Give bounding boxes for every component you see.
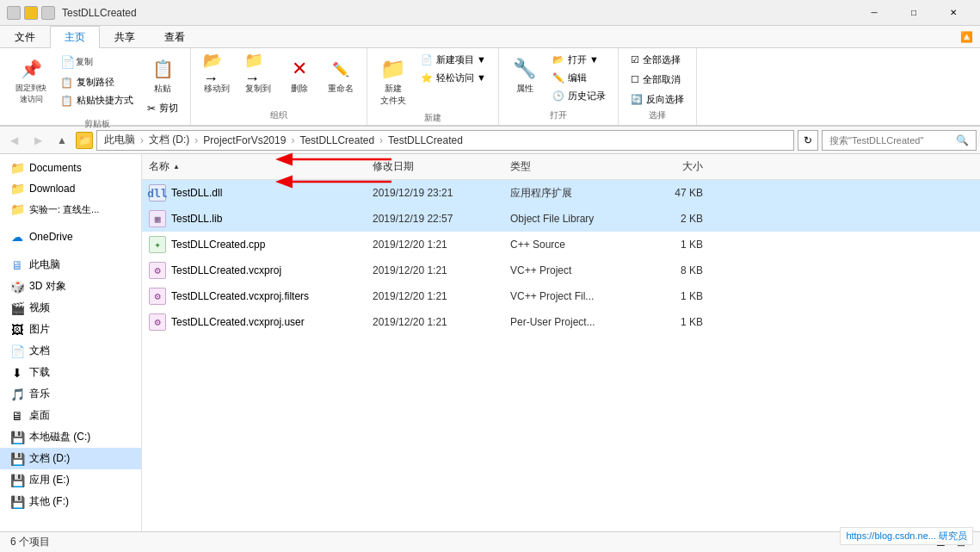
close-button[interactable]: ✕ xyxy=(934,0,973,26)
minimize-button[interactable]: ─ xyxy=(854,0,894,26)
search-bar[interactable]: 🔍 xyxy=(822,130,977,151)
sidebar-item-downloads[interactable]: ⬇ 下载 xyxy=(0,362,141,383)
col-type[interactable]: 类型 xyxy=(503,158,641,176)
user-icon: ⚙ xyxy=(149,313,166,331)
search-input[interactable] xyxy=(829,135,952,146)
open-button[interactable]: 📂 打开 ▼ xyxy=(547,52,611,68)
easy-access-label: 轻松访问 ▼ xyxy=(436,71,486,84)
sep-1: › xyxy=(140,134,144,146)
title-icon-3 xyxy=(41,6,55,20)
history-label: 历史记录 xyxy=(568,90,606,102)
title-bar-icons xyxy=(7,6,55,20)
address-bar[interactable]: 此电脑 › 文档 (D:) › ProjectForVs2019 › TestD… xyxy=(96,130,794,151)
ribbon-group-select: ☑ 全部选择 ☐ 全部取消 🔄 反向选择 选择 xyxy=(619,48,697,125)
file-row-vcxproj-filters[interactable]: ⚙ TestDLLCreated.vcxproj.filters 2019/12… xyxy=(142,283,980,309)
organize-items: 📂→ 移动到 📁→ 复制到 ✕ 删除 ✏️ 重命名 xyxy=(198,52,360,108)
new-item-icon: 📄 xyxy=(421,54,433,65)
deselect-all-button[interactable]: ☐ 全部取消 xyxy=(626,71,686,88)
paste-shortcut-button[interactable]: 📋 粘贴快捷方式 xyxy=(55,92,139,109)
dll-icon: dll xyxy=(149,184,166,202)
video-icon: 🎬 xyxy=(10,301,24,315)
delete-button[interactable]: ✕ 删除 xyxy=(280,52,318,98)
back-button[interactable]: ◀ xyxy=(3,130,24,151)
sidebar-item-download[interactable]: 📁 Download xyxy=(0,178,141,199)
invert-selection-button[interactable]: 🔄 反向选择 xyxy=(626,91,689,108)
file-row-vcxproj[interactable]: ⚙ TestDLLCreated.vcxproj 2019/12/20 1:21… xyxy=(142,257,980,283)
sidebar-item-desktop-label: 桌面 xyxy=(29,408,50,423)
col-date[interactable]: 修改日期 xyxy=(366,158,503,176)
breadcrumb-2[interactable]: 文档 (D:) xyxy=(149,133,189,147)
sidebar-item-thispc-label: 此电脑 xyxy=(29,257,60,272)
file-row-lib[interactable]: ▦ TestDLL.lib 2019/12/19 22:57 Object Fi… xyxy=(142,206,980,232)
history-button[interactable]: 🕒 历史记录 xyxy=(547,88,611,104)
edit-label: 编辑 xyxy=(568,71,587,84)
file-row-vcxproj-user[interactable]: ⚙ TestDLLCreated.vcxproj.user 2019/12/20… xyxy=(142,309,980,335)
breadcrumb-5[interactable]: TestDLLCreated xyxy=(388,134,463,146)
file-date-user: 2019/12/20 1:21 xyxy=(366,314,503,330)
open-label: 打开 ▼ xyxy=(568,53,599,66)
file-size-dll: 47 KB xyxy=(641,185,710,201)
new-folder-button[interactable]: 📁 新建文件夹 xyxy=(374,52,412,110)
col-name[interactable]: 名称 ▲ xyxy=(142,158,366,176)
select-all-button[interactable]: ☑ 全部选择 xyxy=(626,52,686,68)
tab-share[interactable]: 共享 xyxy=(100,26,150,47)
file-size-user: 1 KB xyxy=(641,314,710,330)
refresh-button[interactable]: ↻ xyxy=(798,130,818,151)
copy-button[interactable]: 📄 复制 xyxy=(55,52,139,72)
copy-path-button[interactable]: 📋 复制路径 xyxy=(55,74,139,90)
sidebar-item-documents[interactable]: 📁 Documents xyxy=(0,158,141,178)
breadcrumb-3[interactable]: ProjectForVs2019 xyxy=(203,134,286,146)
tab-view[interactable]: 查看 xyxy=(150,26,200,47)
sidebar-item-lab[interactable]: 📁 实验一: 直线生... xyxy=(0,199,141,220)
cut-button[interactable]: ✂ 剪切 xyxy=(142,100,183,116)
easy-access-icon: ⭐ xyxy=(421,72,433,84)
ribbon: 文件 主页 共享 查看 🔼 📌 固定到快速访问 📄 复制 xyxy=(0,26,980,127)
col-size[interactable]: 大小 xyxy=(641,158,710,176)
pin-label: 固定到快速访问 xyxy=(15,83,46,105)
file-type-cpp: C++ Source xyxy=(503,237,641,252)
item-count: 6 个项目 xyxy=(10,535,50,549)
tab-home[interactable]: 主页 xyxy=(50,26,100,48)
sidebar-spacer-2 xyxy=(0,247,141,254)
delete-icon: ✕ xyxy=(286,55,313,83)
sidebar-item-drive-d[interactable]: 💾 文档 (D:) xyxy=(0,448,141,469)
move-icon: 📂→ xyxy=(203,55,231,83)
sidebar-item-pictures[interactable]: 🖼 图片 xyxy=(0,319,141,340)
sidebar-item-video[interactable]: 🎬 视频 xyxy=(0,297,141,319)
file-size-lib: 2 KB xyxy=(641,211,710,226)
sidebar-item-drive-f[interactable]: 💾 其他 (F:) xyxy=(0,491,141,512)
file-name-lib: ▦ TestDLL.lib xyxy=(142,208,366,229)
move-to-button[interactable]: 📂→ 移动到 xyxy=(198,52,236,98)
sidebar-item-desktop[interactable]: 🖥 桌面 xyxy=(0,405,141,426)
file-row-cpp[interactable]: ✦ TestDLLCreated.cpp 2019/12/20 1:21 C++… xyxy=(142,232,980,257)
file-date-cpp: 2019/12/20 1:21 xyxy=(366,237,503,252)
sidebar-item-drive-e[interactable]: 💾 应用 (E:) xyxy=(0,469,141,491)
file-header: 名称 ▲ 修改日期 类型 大小 xyxy=(142,154,980,180)
sidebar-item-thispc[interactable]: 🖥 此电脑 xyxy=(0,254,141,276)
tab-file[interactable]: 文件 xyxy=(0,26,50,47)
sidebar-item-drive-c[interactable]: 💾 本地磁盘 (C:) xyxy=(0,426,141,448)
forward-button[interactable]: ▶ xyxy=(28,130,48,151)
ribbon-group-organize: 📂→ 移动到 📁→ 复制到 ✕ 删除 ✏️ 重命名 xyxy=(191,48,367,125)
sidebar: 📁 Documents 📁 Download 📁 实验一: 直线生... ☁ O… xyxy=(0,154,142,531)
sidebar-item-3d[interactable]: 🎲 3D 对象 xyxy=(0,276,141,297)
maximize-button[interactable]: □ xyxy=(894,0,934,26)
edit-button[interactable]: ✏️ 编辑 xyxy=(547,70,611,86)
properties-button[interactable]: 🔧 属性 xyxy=(506,52,544,98)
sidebar-item-music[interactable]: 🎵 音乐 xyxy=(0,383,141,405)
sidebar-item-onedrive[interactable]: ☁ OneDrive xyxy=(0,226,141,247)
easy-access-button[interactable]: ⭐ 轻松访问 ▼ xyxy=(416,70,491,86)
select-all-label: 全部选择 xyxy=(643,53,681,66)
rename-button[interactable]: ✏️ 重命名 xyxy=(322,52,360,98)
sidebar-item-documents2[interactable]: 📄 文档 xyxy=(0,340,141,362)
breadcrumb-4[interactable]: TestDLLCreated xyxy=(299,134,374,146)
pin-to-quick-access-button[interactable]: 📌 固定到快速访问 xyxy=(10,52,52,109)
up-button[interactable]: ▲ xyxy=(52,130,72,151)
copy-to-button[interactable]: 📁→ 复制到 xyxy=(239,52,277,98)
file-row-dll[interactable]: dll TestDLL.dll 2019/12/19 23:21 应用程序扩展 … xyxy=(142,180,980,206)
copy-to-label: 复制到 xyxy=(245,83,271,95)
paste-button[interactable]: 📋 粘贴 xyxy=(144,52,182,98)
watermark: https://blog.csdn.ne... 研究员 xyxy=(840,527,973,545)
new-item-button[interactable]: 📄 新建项目 ▼ xyxy=(416,52,491,68)
breadcrumb-1[interactable]: 此电脑 xyxy=(104,133,135,147)
